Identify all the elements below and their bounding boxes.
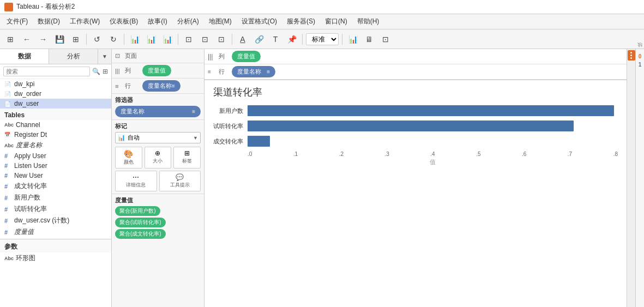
toolbar-text[interactable]: T	[268, 32, 282, 46]
toolbar-add-source[interactable]: ⊞	[69, 32, 83, 46]
x-axis: .0 .1 .2 .3 .4 .5 .6 .7 .8	[213, 151, 618, 157]
toolbar-pin[interactable]: 📌	[285, 32, 299, 46]
toolbar-save[interactable]: 💾	[52, 32, 67, 46]
marks-color-btn[interactable]: 🎨 颜色	[115, 147, 142, 168]
toolbar-sort3[interactable]: ⊡	[214, 32, 228, 46]
menu-format[interactable]: 设置格式(O)	[237, 15, 281, 28]
field-listen-user[interactable]: # Listen User	[0, 161, 111, 171]
field-icon-apply-user: #	[4, 153, 12, 159]
toolbar-sep5	[302, 34, 303, 45]
toolbar-chart1[interactable]: 📊	[128, 32, 142, 46]
marks-tooltip-btn[interactable]: 💬 工具提示	[159, 171, 201, 191]
field-new-users[interactable]: # 新用户数	[0, 192, 111, 203]
field-measure-name[interactable]: Abc 度量名称	[0, 140, 111, 151]
toolbar-sort2[interactable]: ⊡	[198, 32, 212, 46]
search-icon[interactable]: 🔍	[92, 68, 100, 75]
toolbar-chart2[interactable]: 📊	[144, 32, 158, 46]
menu-worksheet[interactable]: 工作表(W)	[65, 15, 104, 28]
measure-values-pill-0[interactable]: 聚合(新用户数)	[115, 206, 160, 216]
toolbar-underline[interactable]: A	[236, 32, 250, 46]
columns-shelf: ||| 列 度量值	[112, 63, 204, 79]
search-input[interactable]	[3, 67, 90, 76]
marks-type-dropdown[interactable]: 📊 自动 ▼	[115, 132, 201, 143]
menu-server[interactable]: 服务器(S)	[282, 15, 320, 28]
marks-detail-btn[interactable]: ⋯ 详细信息	[115, 171, 157, 191]
field-icon-listen-user: #	[4, 162, 12, 169]
side-panel-handle[interactable]	[628, 50, 635, 61]
marks-size-btn[interactable]: ⊕ 大小	[145, 147, 172, 168]
columns-pill[interactable]: 度量值	[142, 65, 171, 76]
toolbar-chart3[interactable]: 📊	[160, 32, 174, 46]
dot3	[630, 57, 632, 59]
marks-size-icon: ⊕	[146, 149, 170, 157]
chart-rows-icon: ≡	[208, 69, 216, 75]
source-dw-user[interactable]: 📄 dw_user	[0, 99, 111, 109]
tab-analysis[interactable]: 分析	[49, 49, 98, 64]
toolbar-sort1[interactable]: ⊡	[182, 32, 196, 46]
source-dw-order[interactable]: 📄 dw_order	[0, 89, 111, 99]
chart-columns-pill[interactable]: 度量值	[232, 51, 261, 62]
toolbar-share[interactable]: ⊡	[378, 32, 393, 46]
filter-section: 筛选器 度量名称 ≡	[112, 94, 204, 120]
marks-dropdown-arrow: ▼	[193, 135, 198, 141]
marks-label-icon: ⊞	[175, 149, 199, 157]
menu-map[interactable]: 地图(M)	[204, 15, 236, 28]
menu-analysis[interactable]: 分析(A)	[173, 15, 203, 28]
field-dw-user-count[interactable]: # dw_user.csv (计数)	[0, 215, 111, 226]
menu-window[interactable]: 窗口(N)	[321, 15, 352, 28]
chart-title: 渠道转化率	[213, 86, 618, 99]
x-tick-0: .0	[248, 151, 252, 157]
chart-rows-label: 行	[219, 68, 230, 76]
toolbar-link[interactable]: 🔗	[252, 32, 266, 46]
far-right-num-1: 1	[639, 62, 642, 68]
toolbar-redo[interactable]: ↻	[106, 32, 121, 46]
panel-tab-dropdown[interactable]: ▼	[98, 49, 111, 64]
field-icon-measure-name: Abc	[4, 143, 14, 148]
field-icon-trial-rate: #	[4, 206, 12, 213]
x-tick-5: .5	[476, 151, 480, 157]
pages-shelf-icon: ⊡	[115, 52, 123, 59]
list-view-btn[interactable]: ⊞	[103, 68, 108, 75]
filter-title: 筛选器	[115, 96, 201, 104]
rows-pill[interactable]: 度量名称 ≡	[142, 80, 180, 92]
chart-rows-pill-icon: ≡	[267, 69, 270, 75]
toolbar-back[interactable]: ←	[20, 32, 34, 46]
param-ring-chart[interactable]: Abc 环形图	[0, 252, 111, 264]
bar-fill-2	[248, 136, 270, 147]
field-measure-values[interactable]: # 度量值	[0, 226, 111, 238]
toolbar-sep4	[232, 34, 232, 45]
field-trial-rate[interactable]: # 试听转化率	[0, 203, 111, 215]
field-icon-new-user: #	[4, 172, 12, 179]
rows-pill-icon: ≡	[172, 83, 175, 89]
field-new-user[interactable]: # New User	[0, 171, 111, 180]
tab-data[interactable]: 数据	[0, 49, 49, 64]
menu-bar: 文件(F) 数据(D) 工作表(W) 仪表板(B) 故事(I) 分析(A) 地图…	[0, 14, 644, 29]
field-chengwenhua-rate[interactable]: # 成文转化率	[0, 180, 111, 192]
toolbar-view-dropdown[interactable]: 标准	[306, 33, 339, 45]
marks-label-btn[interactable]: ⊞ 标签	[173, 147, 201, 168]
menu-story[interactable]: 故事(I)	[143, 15, 171, 28]
menu-data[interactable]: 数据(D)	[33, 15, 64, 28]
menu-file[interactable]: 文件(F)	[2, 15, 32, 28]
chart-columns-shelf: ||| 列 度量值	[204, 49, 627, 64]
marks-bar-icon: 📊	[118, 134, 125, 141]
chart-rows-pill[interactable]: 度量名称 ≡	[232, 66, 275, 77]
toolbar-bar-chart[interactable]: 📊	[346, 32, 360, 46]
menu-dashboard[interactable]: 仪表板(B)	[105, 15, 142, 28]
field-register-dt[interactable]: 📅 Register Dt	[0, 130, 111, 140]
toolbar-undo[interactable]: ↺	[90, 32, 104, 46]
toolbar-home[interactable]: ⊞	[3, 32, 17, 46]
menu-help[interactable]: 帮助(H)	[353, 15, 384, 28]
toolbar-forward[interactable]: →	[36, 32, 50, 46]
panel-tabs: 数据 分析 ▼	[0, 49, 111, 64]
marks-buttons-grid2: ⋯ 详细信息 💬 工具提示	[115, 171, 201, 191]
toolbar-monitor[interactable]: 🖥	[362, 32, 376, 46]
measure-values-pill-1[interactable]: 聚合(试听转化率)	[115, 218, 166, 227]
field-apply-user[interactable]: # Apply User	[0, 151, 111, 161]
field-channel[interactable]: Abc Channel	[0, 120, 111, 130]
pages-shelf-label: 页面	[125, 52, 140, 60]
filter-pill[interactable]: 度量名称 ≡	[115, 106, 201, 117]
source-dw-kpi[interactable]: 📄 dw_kpi	[0, 79, 111, 89]
measure-values-pill-2[interactable]: 聚合(成文转化率)	[115, 229, 166, 239]
marks-detail-icon: ⋯	[117, 173, 155, 181]
